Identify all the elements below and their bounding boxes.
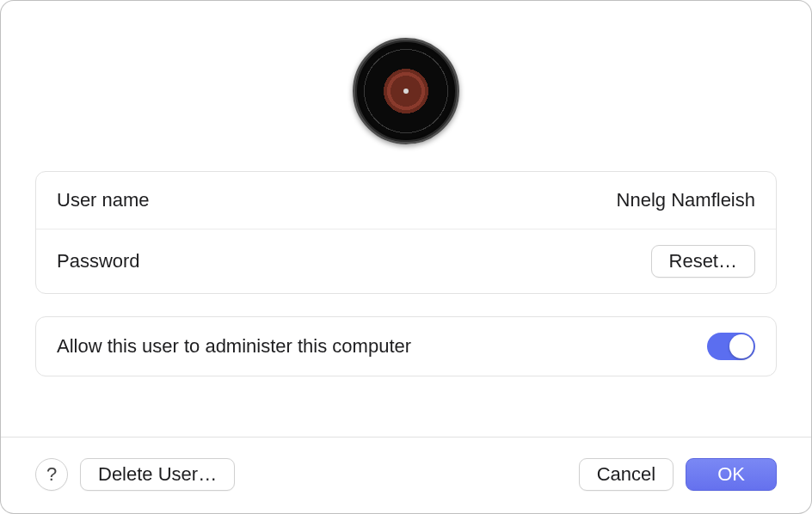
admin-row: Allow this user to administer this compu… xyxy=(36,317,776,376)
password-label: Password xyxy=(57,250,140,272)
admin-section: Allow this user to administer this compu… xyxy=(35,316,777,376)
cancel-button[interactable]: Cancel xyxy=(579,458,674,491)
admin-toggle[interactable] xyxy=(707,333,755,360)
admin-label: Allow this user to administer this compu… xyxy=(57,335,411,358)
dialog-content: User name Nnelg Namfleish Password Reset… xyxy=(1,1,811,428)
delete-user-button[interactable]: Delete User… xyxy=(80,458,235,491)
username-value: Nnelg Namfleish xyxy=(617,189,755,211)
user-info-section: User name Nnelg Namfleish Password Reset… xyxy=(35,171,777,294)
user-settings-dialog: User name Nnelg Namfleish Password Reset… xyxy=(0,0,812,514)
toggle-knob xyxy=(729,334,754,358)
user-avatar-vinyl-icon xyxy=(353,38,459,144)
password-row: Password Reset… xyxy=(36,229,776,293)
reset-password-button[interactable]: Reset… xyxy=(651,245,755,278)
username-row: User name Nnelg Namfleish xyxy=(36,172,776,229)
avatar-container[interactable] xyxy=(350,35,462,147)
dialog-footer: ? Delete User… Cancel OK xyxy=(1,438,811,513)
username-label: User name xyxy=(57,189,150,211)
ok-button[interactable]: OK xyxy=(686,458,777,491)
help-button[interactable]: ? xyxy=(35,458,68,491)
